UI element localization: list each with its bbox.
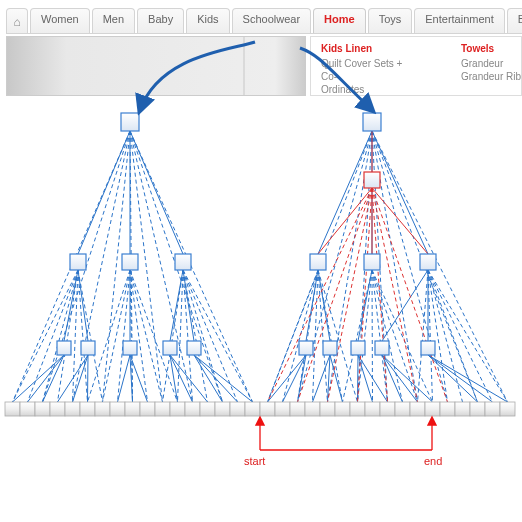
tree-edge	[130, 270, 178, 402]
tree-node	[123, 341, 137, 355]
leaf-cell	[35, 402, 50, 416]
tree-node	[421, 341, 435, 355]
tree-edge	[372, 270, 373, 402]
leaf-cell	[395, 402, 410, 416]
tree-edge	[194, 355, 223, 402]
tree-edge	[382, 355, 433, 402]
tree-edge	[118, 355, 131, 402]
leaf-cell	[305, 402, 320, 416]
leaf-cell	[290, 402, 305, 416]
tree-node	[363, 113, 381, 131]
leaf-cell	[320, 402, 335, 416]
tree-edge	[183, 270, 223, 402]
tree-edge	[298, 355, 307, 402]
tree-edge	[358, 355, 359, 402]
tree-edge	[313, 270, 319, 402]
tree-node	[364, 254, 380, 270]
leaf-cell	[5, 402, 20, 416]
leaf-cell	[245, 402, 260, 416]
tree-edge	[58, 355, 89, 402]
tree-node	[310, 254, 326, 270]
leaf-cell	[185, 402, 200, 416]
leaf-cell	[485, 402, 500, 416]
leaf-cell	[215, 402, 230, 416]
tree-edge	[428, 270, 478, 402]
tree-edge	[130, 270, 163, 402]
leaf-cell	[470, 402, 485, 416]
leaf-cell	[500, 402, 515, 416]
leaf-cell	[140, 402, 155, 416]
tree-edge	[118, 270, 131, 402]
tree-node	[163, 341, 177, 355]
tree-edge	[372, 188, 418, 402]
tree-edge	[268, 188, 373, 402]
tree-edge	[103, 270, 131, 402]
tree-node	[299, 341, 313, 355]
tree-edge	[194, 355, 253, 402]
leaf-cell	[365, 402, 380, 416]
tree-node	[175, 254, 191, 270]
leaf-cell	[425, 402, 440, 416]
leaf-cell	[455, 402, 470, 416]
leaf-cell	[200, 402, 215, 416]
start-label: start	[244, 455, 265, 467]
tree-node	[364, 172, 380, 188]
tree-edge	[318, 131, 372, 254]
tree-edge	[318, 188, 372, 254]
tree-edge	[88, 355, 89, 402]
tree-node	[187, 341, 201, 355]
flow-arrow	[300, 48, 372, 110]
tree-node	[420, 254, 436, 270]
leaf-cell	[20, 402, 35, 416]
tree-edge	[178, 270, 184, 402]
leaf-cell	[95, 402, 110, 416]
leaf-cell	[230, 402, 245, 416]
tree-edge	[130, 131, 183, 254]
leaf-cell	[335, 402, 350, 416]
tree-edge	[358, 355, 373, 402]
leaf-cell	[80, 402, 95, 416]
leaf-cell	[50, 402, 65, 416]
tree-edge	[78, 131, 130, 254]
tree-edge	[283, 355, 307, 402]
tree-diagram: start end	[0, 0, 522, 522]
tree-node	[351, 341, 365, 355]
leaf-cell	[440, 402, 455, 416]
leaf-cell	[380, 402, 395, 416]
tree-edge	[428, 355, 478, 402]
leaf-cell	[170, 402, 185, 416]
tree-node	[375, 341, 389, 355]
tree-node	[70, 254, 86, 270]
end-label: end	[424, 455, 442, 467]
tree-edge	[428, 270, 508, 402]
leaf-cell	[275, 402, 290, 416]
leaf-cell	[410, 402, 425, 416]
tree-edge	[73, 270, 79, 402]
tree-node	[122, 254, 138, 270]
tree-edge	[194, 355, 238, 402]
tree-edge	[372, 131, 508, 402]
tree-edge	[372, 188, 388, 402]
tree-node	[57, 341, 71, 355]
tree-edge	[358, 270, 373, 402]
tree-edge	[183, 270, 208, 402]
tree-node	[323, 341, 337, 355]
leaf-cell	[155, 402, 170, 416]
flow-arrow	[140, 42, 255, 110]
tree-edge	[372, 188, 428, 254]
leaf-cell	[65, 402, 80, 416]
leaf-cell	[260, 402, 275, 416]
tree-edge	[418, 270, 429, 402]
tree-edge	[372, 270, 403, 402]
leaf-cell	[350, 402, 365, 416]
tree-edge	[358, 188, 373, 402]
tree-edge	[78, 270, 103, 402]
tree-node	[121, 113, 139, 131]
tree-edge	[13, 355, 65, 402]
tree-node	[81, 341, 95, 355]
tree-edge	[328, 188, 373, 402]
tree-edge	[372, 131, 428, 254]
leaf-cell	[125, 402, 140, 416]
leaf-cell	[110, 402, 125, 416]
